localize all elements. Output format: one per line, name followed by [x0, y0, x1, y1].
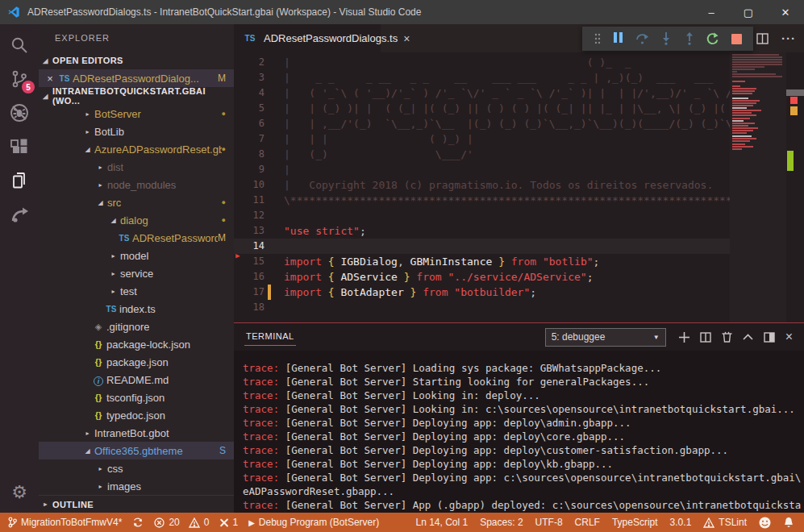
code-line-11[interactable]: 11\*************************************…: [234, 193, 730, 208]
tree-item-dialog[interactable]: ◢dialog●: [39, 211, 234, 229]
close-panel-icon[interactable]: ×: [785, 330, 793, 344]
tree-item-adresetpassworddial[interactable]: TSADResetPasswordDial...M: [39, 229, 234, 247]
tree-item-index-ts[interactable]: TSindex.ts: [39, 300, 234, 318]
step-into-icon[interactable]: [660, 32, 672, 45]
code-line-9[interactable]: 9|: [234, 162, 730, 177]
gutter[interactable]: [265, 55, 284, 70]
open-editors-header[interactable]: ◢ OPEN EDITORS: [39, 52, 234, 69]
code-line-3[interactable]: 3| _ _ _ __ _ _ __ ___ ___ _ _ | ,_)(_) …: [234, 70, 730, 85]
overview-ruler[interactable]: [786, 52, 804, 322]
tree-item-css[interactable]: ▸css: [39, 459, 234, 477]
tslint-item[interactable]: TSLint: [703, 517, 747, 528]
code-line-6[interactable]: 6| | ,__/'(_) `\__,_)`\__ |(_) (_) (_)`\…: [234, 116, 730, 131]
tree-item-readme-md[interactable]: iREADME.md: [39, 371, 234, 389]
code-line-16[interactable]: 16import { ADService } from "../service/…: [234, 269, 730, 285]
tree-item-package-lock-json[interactable]: {}package-lock.json: [39, 335, 234, 353]
feedback-smiley-icon[interactable]: [759, 517, 771, 529]
notifications-bell-icon[interactable]: [783, 517, 794, 529]
gutter[interactable]: [265, 300, 284, 315]
debug-icon[interactable]: [0, 96, 39, 130]
step-out-icon[interactable]: [684, 32, 695, 45]
tree-item-tsconfig-json[interactable]: {}tsconfig.json: [39, 389, 234, 406]
extensions-icon[interactable]: [0, 130, 39, 164]
settings-gear-icon[interactable]: ⚙: [0, 482, 39, 503]
more-actions-icon[interactable]: ···: [781, 31, 796, 45]
step-over-icon[interactable]: [635, 32, 649, 45]
gutter[interactable]: [265, 239, 284, 254]
code-line-17[interactable]: 17import { BotAdapter } from "botbuilder…: [234, 285, 730, 300]
tree-item-botlib[interactable]: ▸BotLib: [39, 123, 234, 140]
gutter[interactable]: [265, 177, 284, 193]
typescript-version[interactable]: 3.0.1: [670, 517, 692, 528]
code-line-7[interactable]: 7| | | ( )_) |: [234, 131, 730, 147]
encoding[interactable]: UTF-8: [535, 517, 563, 528]
indentation[interactable]: Spaces: 2: [480, 517, 523, 528]
tree-item-package-json[interactable]: {}package.json: [39, 353, 234, 371]
gutter[interactable]: [265, 193, 284, 208]
explorer-files-icon[interactable]: [0, 164, 39, 197]
scrollbar-slider[interactable]: [786, 89, 804, 96]
stop-icon[interactable]: [731, 34, 742, 44]
outline-header[interactable]: ▸ OUTLINE: [39, 495, 234, 513]
debug-status-item[interactable]: ▶ Debug Program (BotServer): [248, 517, 379, 528]
tree-item-src[interactable]: ◢src●: [39, 193, 234, 211]
gutter[interactable]: [265, 85, 284, 101]
gutter[interactable]: [265, 147, 284, 162]
tree-item-intranetbot-gbot[interactable]: ▸IntranetBot.gbot: [39, 424, 234, 442]
gutter[interactable]: [265, 116, 284, 131]
curved-arrow-icon[interactable]: [0, 197, 39, 231]
code-line-8[interactable]: 8| (_) \___/': [234, 147, 730, 162]
split-editor-icon[interactable]: [756, 33, 769, 44]
tree-item-azureadpasswordreset-gba[interactable]: ◢AzureADPasswordReset.gba...●: [39, 140, 234, 158]
maximize-button[interactable]: ▢: [730, 0, 767, 24]
gutter[interactable]: [265, 162, 284, 177]
code-line-14[interactable]: 14: [234, 239, 730, 254]
kill-terminal-icon[interactable]: [722, 331, 732, 343]
tab-adresetpassworddialogs[interactable]: TS ADResetPasswordDialogs.ts ×: [234, 24, 381, 52]
source-control-icon[interactable]: 5: [0, 62, 39, 96]
tree-item-service[interactable]: ▸service: [39, 264, 234, 282]
git-branch-item[interactable]: MigrationToBotFmwV4*: [8, 517, 122, 528]
code-line-12[interactable]: 12: [234, 208, 730, 223]
split-terminal-icon[interactable]: [700, 332, 711, 343]
gutter[interactable]: [265, 285, 284, 300]
tree-item-images[interactable]: ▸images: [39, 477, 234, 495]
tree-item-typedoc-json[interactable]: {}typedoc.json: [39, 406, 234, 424]
terminal-tab[interactable]: TERMINAL: [244, 328, 296, 346]
terminal-output[interactable]: trace: [General Bot Server] Loading sys …: [243, 361, 801, 511]
gutter[interactable]: [265, 269, 284, 285]
tree-item-dist[interactable]: ▸dist: [39, 158, 234, 176]
close-button[interactable]: ✕: [767, 0, 804, 24]
tree-item-model[interactable]: ▸model: [39, 247, 234, 264]
close-editor-icon[interactable]: ×: [44, 73, 56, 85]
code-line-2[interactable]: 2| ( )_ _: [234, 55, 730, 70]
new-terminal-icon[interactable]: [679, 332, 689, 343]
code-line-4[interactable]: 4| ( '_`\ ( '__)/'_` ) /'_ `\/' _ ` _ `\…: [234, 85, 730, 101]
terminal-select[interactable]: 5: debuggee ▼: [545, 328, 666, 347]
pause-icon[interactable]: [612, 31, 623, 46]
cursor-position[interactable]: Ln 14, Col 1: [415, 517, 468, 528]
problems-item[interactable]: 20 0: [154, 517, 209, 528]
code-line-18[interactable]: 18: [234, 300, 730, 315]
gutter[interactable]: [265, 223, 284, 239]
minimap[interactable]: [730, 52, 786, 322]
workspace-header[interactable]: ◢ INTRANETBOTQUICKSTART.GBAI (WO...: [39, 87, 234, 105]
maximize-panel-icon[interactable]: [743, 334, 753, 340]
tree-item-test[interactable]: ▸test: [39, 282, 234, 300]
tasks-item[interactable]: 1: [219, 517, 238, 528]
gutter[interactable]: [265, 208, 284, 223]
tree-item-node-modules[interactable]: ▸node_modules: [39, 176, 234, 193]
code-editor[interactable]: 2| ( )_ _3| _ _ _ __ _ _ __ ___ ___ _ _ …: [234, 52, 804, 322]
code-line-13[interactable]: 13"use strict";: [234, 223, 730, 239]
gutter[interactable]: [265, 70, 284, 85]
restart-icon[interactable]: [706, 32, 719, 45]
tree-item-office365-gbtheme[interactable]: ◢Office365.gbthemeS: [39, 442, 234, 459]
sync-item[interactable]: [132, 517, 144, 528]
eol-sequence[interactable]: CRLF: [575, 517, 600, 528]
tree-item-botserver[interactable]: ▸BotServer●: [39, 105, 234, 123]
code-line-10[interactable]: 10| Copyright 2018 (c) pragmatismo.io. T…: [234, 177, 730, 193]
code-line-15[interactable]: 15▶import { IGBDialog, GBMinInstance } f…: [234, 254, 730, 269]
gutter[interactable]: [265, 131, 284, 147]
gutter[interactable]: [265, 101, 284, 116]
gutter[interactable]: [265, 254, 284, 269]
